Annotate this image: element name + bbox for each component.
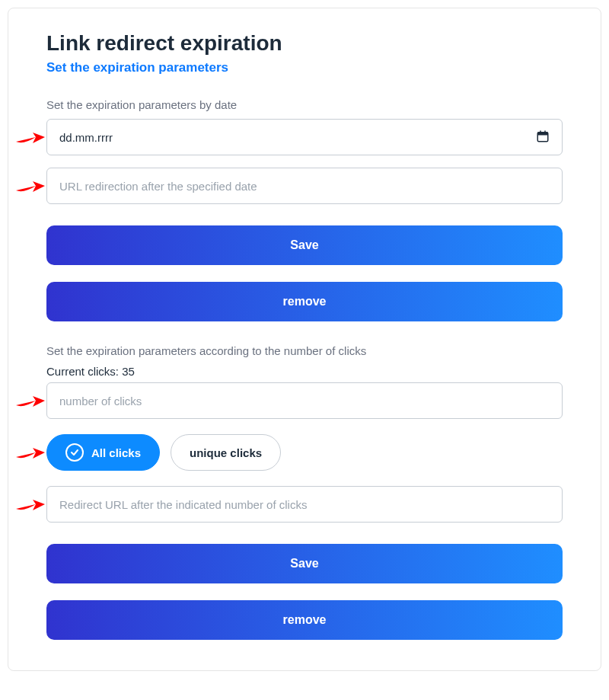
remove-date-button[interactable]: remove xyxy=(46,282,563,321)
remove-clicks-button[interactable]: remove xyxy=(46,600,563,640)
save-date-button[interactable]: Save xyxy=(46,225,563,265)
click-type-toggle: All clicks unique clicks xyxy=(46,434,563,471)
annotation-arrow-icon xyxy=(14,443,45,462)
annotation-arrow-icon xyxy=(14,392,45,410)
page-title: Link redirect expiration xyxy=(46,31,563,56)
save-clicks-button[interactable]: Save xyxy=(46,544,563,583)
unique-clicks-label: unique clicks xyxy=(190,446,262,459)
check-circle-icon xyxy=(65,443,84,462)
annotation-arrow-icon xyxy=(14,495,45,513)
page-subtitle: Set the expiration parameters xyxy=(46,60,563,75)
clicks-redirect-url-input[interactable] xyxy=(46,486,563,523)
annotation-arrow-icon xyxy=(14,128,45,146)
expiration-date-input[interactable]: dd.mm.rrrr xyxy=(46,119,563,155)
number-of-clicks-input[interactable] xyxy=(46,382,563,419)
current-clicks-label: Current clicks: 35 xyxy=(46,365,563,378)
calendar-icon[interactable] xyxy=(536,129,550,145)
clicks-section-label: Set the expiration parameters according … xyxy=(46,344,563,357)
annotation-arrow-icon xyxy=(14,177,45,195)
all-clicks-option[interactable]: All clicks xyxy=(46,434,160,471)
expiration-card: Link redirect expiration Set the expirat… xyxy=(8,8,601,671)
all-clicks-label: All clicks xyxy=(91,446,141,459)
date-redirect-url-input[interactable] xyxy=(46,168,563,204)
svg-rect-1 xyxy=(537,132,548,135)
date-placeholder-text: dd.mm.rrrr xyxy=(59,131,113,144)
date-section-label: Set the expiration parameters by date xyxy=(46,98,563,111)
unique-clicks-option[interactable]: unique clicks xyxy=(171,434,281,471)
